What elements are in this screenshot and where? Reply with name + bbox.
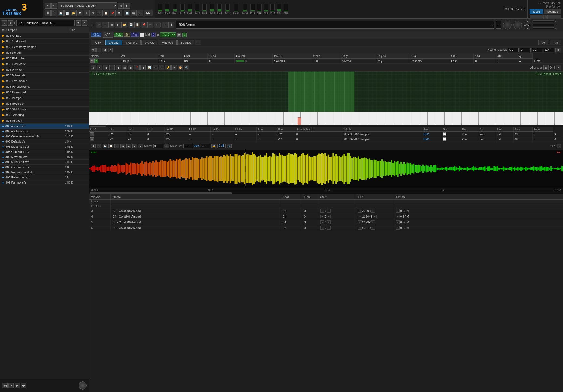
main-button[interactable]: Main bbox=[530, 9, 543, 14]
folder-item[interactable]: ▶ 808 Millers Kit bbox=[0, 73, 89, 78]
folder-item[interactable]: ▶ 808 Tempting bbox=[0, 112, 89, 118]
inst-add[interactable]: + bbox=[102, 22, 108, 28]
nav-right[interactable]: ▶ bbox=[124, 3, 130, 9]
start-gt[interactable]: > bbox=[327, 220, 331, 224]
sample-row[interactable]: ME2E20127--------E2*005 - Geist808 Amped… bbox=[89, 132, 563, 137]
output-fx3[interactable]: FX 3 bbox=[264, 4, 268, 14]
reg-zoom[interactable]: 🔍 bbox=[184, 65, 189, 70]
output-out6[interactable]: Out 6 bbox=[195, 4, 200, 14]
end-lt[interactable]: < bbox=[358, 220, 362, 224]
end-lt[interactable]: < bbox=[358, 215, 362, 218]
file-item[interactable]: ● 808 Pumper.sfz 1.87 K bbox=[0, 180, 89, 185]
path-dropdown[interactable]: ▼ bbox=[76, 20, 81, 26]
folder-item[interactable]: ▶ 808 Default bbox=[0, 50, 89, 56]
nav-prev[interactable]: ◀ bbox=[2, 20, 7, 26]
file-item[interactable]: ● 808 Millers Kit.sfz 2.03 K bbox=[0, 160, 89, 165]
piano-white-key[interactable] bbox=[368, 112, 377, 125]
tab-arp[interactable]: ARP bbox=[91, 40, 104, 45]
inst-x[interactable]: × bbox=[154, 22, 160, 28]
wave-next[interactable]: ▶ bbox=[126, 144, 131, 148]
piano-white-key[interactable] bbox=[479, 112, 487, 125]
reg-list[interactable]: ☰ bbox=[128, 65, 133, 70]
reg-color[interactable]: 🎨 bbox=[178, 65, 183, 70]
new-btn[interactable]: 📄 bbox=[64, 10, 70, 16]
piano-white-key[interactable] bbox=[385, 112, 394, 125]
piano-white-key[interactable] bbox=[436, 112, 445, 125]
file-item[interactable]: ● 808 Pulverized.sfz 2 K bbox=[0, 175, 89, 180]
waves-row[interactable]: 4 04 - Geist808 Amped C4 0 < 0 > < 11504… bbox=[89, 214, 563, 219]
piano-white-key[interactable] bbox=[191, 112, 199, 125]
s-badge[interactable]: S bbox=[182, 33, 187, 37]
piano-white-key[interactable] bbox=[309, 112, 317, 125]
output-out11[interactable]: Out 11 bbox=[233, 4, 239, 14]
arp-btn[interactable]: ARP bbox=[103, 32, 113, 38]
folder-item[interactable]: ▶ 808 Pulverized bbox=[0, 90, 89, 95]
open-btn[interactable]: 📂 bbox=[71, 10, 77, 16]
output-out5[interactable]: Out 5 bbox=[187, 4, 192, 14]
piano-white-key[interactable] bbox=[555, 112, 563, 125]
wave-lock[interactable]: 🔒 bbox=[211, 144, 216, 148]
folder-item[interactable]: ▶ 808 Analogued bbox=[0, 39, 89, 44]
file-item[interactable]: ● 808 God Mode.sfz 1.93 K bbox=[0, 149, 89, 154]
dup-btn[interactable]: ⧉ bbox=[90, 10, 96, 16]
piano-white-key[interactable] bbox=[495, 112, 504, 125]
wave-save[interactable]: 💾 bbox=[103, 144, 107, 148]
instrument-dropdown-arrow[interactable] bbox=[496, 21, 501, 29]
piano-white-key[interactable] bbox=[131, 112, 140, 125]
reg-prev[interactable]: ◀ bbox=[103, 65, 108, 70]
piano-white-key[interactable] bbox=[225, 112, 233, 125]
output-out12[interactable]: Out 12 bbox=[242, 4, 248, 14]
reg-eye[interactable]: 👁 bbox=[171, 65, 177, 70]
prog-grid-btn[interactable]: ▦ bbox=[555, 48, 561, 52]
folder-item[interactable]: ▶ 808 Overloaded bbox=[0, 78, 89, 84]
piano-white-key[interactable] bbox=[529, 112, 538, 125]
m-badge[interactable]: M bbox=[177, 33, 181, 37]
sample-m-badge[interactable]: M bbox=[90, 132, 94, 136]
piano-white-key[interactable] bbox=[267, 112, 275, 125]
piano-white-key[interactable] bbox=[411, 112, 419, 125]
nav-next[interactable]: ▶ bbox=[8, 20, 13, 26]
inst-next[interactable]: ▶ bbox=[115, 22, 121, 28]
start-gt[interactable]: > bbox=[327, 209, 331, 213]
inst-save[interactable]: 💾 bbox=[128, 22, 134, 28]
start-gt[interactable]: > bbox=[327, 215, 331, 218]
piano-white-key[interactable] bbox=[546, 112, 554, 125]
inst-prev[interactable]: ◀ bbox=[108, 22, 114, 28]
piano-white-key[interactable] bbox=[419, 112, 428, 125]
end-gt[interactable]: > bbox=[371, 220, 375, 224]
inst-folder[interactable]: 📂 bbox=[121, 22, 127, 28]
folder-item[interactable]: ▶ 808 Percussionist bbox=[0, 84, 89, 90]
rev-checkbox[interactable] bbox=[443, 132, 446, 136]
end-gt[interactable]: > bbox=[371, 209, 375, 213]
redo-button[interactable]: ↪ bbox=[51, 3, 57, 9]
tab-regions[interactable]: Regions bbox=[123, 40, 141, 45]
inst-arrow[interactable]: ⬆ bbox=[168, 22, 174, 28]
tempo-lt[interactable]: > bbox=[396, 220, 400, 224]
output-out4[interactable]: Out 4 bbox=[180, 4, 185, 14]
file-item[interactable]: ● 808 Analogued.sfz 1.97 K bbox=[0, 129, 89, 134]
path-input[interactable] bbox=[16, 20, 75, 26]
inst-cut[interactable]: ✂ bbox=[147, 22, 153, 28]
reg-pause[interactable]: ⏸ bbox=[116, 65, 121, 70]
start-lt[interactable]: < bbox=[320, 209, 324, 213]
file-item[interactable]: ● 808 Ceremony Master.sfz 2.15 K bbox=[0, 134, 89, 139]
piano-white-key[interactable] bbox=[462, 112, 470, 125]
reg-wave[interactable]: 〰 bbox=[153, 65, 158, 70]
reg-key[interactable]: 🔑 bbox=[165, 65, 171, 70]
piano-white-key[interactable] bbox=[250, 112, 258, 125]
piano-white-key[interactable] bbox=[123, 112, 131, 125]
help-btn[interactable]: ? bbox=[51, 10, 57, 16]
tempo-lt[interactable]: > bbox=[396, 226, 400, 230]
piano-white-key[interactable] bbox=[470, 112, 478, 125]
inst-dash[interactable]: − bbox=[162, 22, 168, 28]
output-out2[interactable]: Out 2 bbox=[165, 4, 170, 14]
out-selector[interactable]: Out 1 bbox=[160, 32, 176, 37]
secondary-knob[interactable] bbox=[513, 21, 522, 29]
piano-white-key[interactable] bbox=[343, 112, 351, 125]
end-lt[interactable]: < bbox=[358, 226, 362, 230]
piano-white-key[interactable] bbox=[89, 112, 97, 125]
piano-white-key[interactable] bbox=[182, 112, 191, 125]
group-prev[interactable]: ◀ bbox=[102, 48, 107, 52]
tab-groups[interactable]: Groups bbox=[105, 40, 122, 45]
piano-white-key[interactable] bbox=[377, 112, 385, 125]
